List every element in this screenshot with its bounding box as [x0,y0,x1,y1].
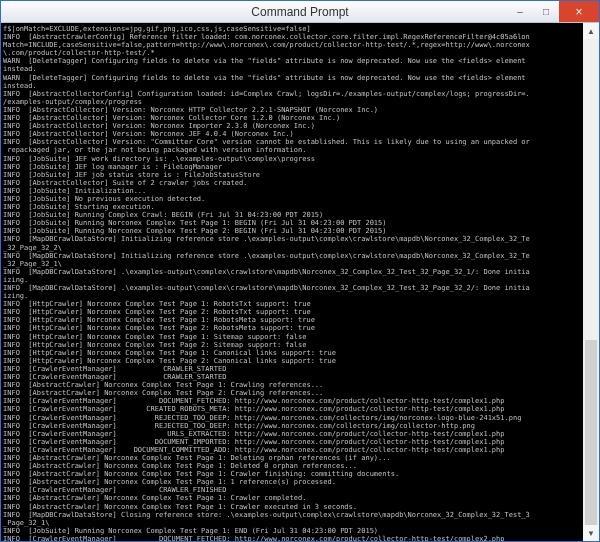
console-line: INFO [CrawlerEventManager] REJECTED_TOO_… [3,422,581,430]
console-line: INFO [MapDBCrawlDataStore] Initializing … [3,252,581,260]
console-line: INFO [JobSuite] JEF log manager is : Fil… [3,163,581,171]
console-line: INFO [HttpCrawler] Norconex Complex Test… [3,357,581,365]
console-line: INFO [AbstractCrawler] Norconex Complex … [3,494,581,502]
console-line: izing. [3,276,581,284]
console-line: INFO [HttpCrawler] Norconex Complex Test… [3,341,581,349]
console-line: INFO [AbstractCrawlerConfig] Reference f… [3,33,581,41]
console-line: INFO [CrawlerEventManager] CRAWLER_START… [3,365,581,373]
console-line: INFO [JobSuite] Initialization... [3,187,581,195]
console-output[interactable]: f$|onMatch=EXCLUDE,extensions=jpg,gif,pn… [1,23,583,541]
console-line: INFO [AbstractCrawler] Norconex Complex … [3,454,581,462]
console-line: izing. [3,292,581,300]
console-line: INFO [JobSuite] JEF job status store is … [3,171,581,179]
console-line: INFO [JobSuite] Running Complex Crawl: B… [3,211,581,219]
vertical-scrollbar[interactable]: ▲ ▼ [583,23,599,541]
console-line: INFO [CrawlerEventManager] DOCUMENT_COMM… [3,446,581,454]
command-prompt-window: Command Prompt – □ × f$|onMatch=EXCLUDE,… [0,0,600,542]
minimize-button[interactable]: – [507,1,533,22]
console-line: _32_Page_32_1\ [3,260,581,268]
console-line: INFO [CrawlerEventManager] CREATED_ROBOT… [3,405,581,413]
console-line: INFO [MapDBCrawlDataStore] Initializing … [3,235,581,243]
close-button[interactable]: × [559,1,599,22]
console-line: INFO [HttpCrawler] Norconex Complex Test… [3,349,581,357]
console-line: INFO [HttpCrawler] Norconex Complex Test… [3,333,581,341]
console-line: INFO [CrawlerEventManager] DOCUMENT_FETC… [3,397,581,405]
console-line: INFO [AbstractCollector] Suite of 2 craw… [3,179,581,187]
console-line: INFO [MapDBCrawlDataStore] .\examples-ou… [3,284,581,292]
console-line: INFO [AbstractCrawler] Norconex Complex … [3,470,581,478]
console-line: _32_Page_32_2\ [3,244,581,252]
console-line: INFO [MapDBCrawlDataStore] Closing refer… [3,511,581,519]
console-area: f$|onMatch=EXCLUDE,extensions=jpg,gif,pn… [1,23,599,541]
maximize-button[interactable]: □ [533,1,559,22]
console-line: WARN [DeleteTagger] Configuring fields t… [3,74,581,82]
scroll-down-button[interactable]: ▼ [583,525,599,541]
console-line: INFO [AbstractCollector] Version: Norcon… [3,106,581,114]
console-line: instead. [3,65,581,73]
console-line: f$|onMatch=EXCLUDE,extensions=jpg,gif,pn… [3,25,581,33]
window-controls: – □ × [507,1,599,22]
console-line: repackaged jar, or the jar not being pac… [3,146,581,154]
console-line: INFO [JobSuite] Running Norconex Complex… [3,219,581,227]
console-line: INFO [JobSuite] Running Norconex Complex… [3,227,581,235]
console-line: INFO [CrawlerEventManager] CRAWLER_FINIS… [3,486,581,494]
console-line: INFO [JobSuite] Starting execution. [3,203,581,211]
console-line: INFO [AbstractCrawler] Norconex Complex … [3,462,581,470]
console-line: INFO [CrawlerEventManager] URLS_EXTRACTE… [3,430,581,438]
console-line: WARN [DeleteTagger] Configuring fields t… [3,57,581,65]
console-line: INFO [AbstractCollector] Version: Norcon… [3,122,581,130]
scroll-track[interactable] [583,39,599,525]
console-line: Match=INCLUDE,caseSensitive=false,patter… [3,41,581,49]
console-line: INFO [HttpCrawler] Norconex Complex Test… [3,308,581,316]
console-line: INFO [HttpCrawler] Norconex Complex Test… [3,300,581,308]
console-line: INFO [AbstractCrawler] Norconex Complex … [3,381,581,389]
console-line: INFO [AbstractCrawler] Norconex Complex … [3,503,581,511]
window-title: Command Prompt [251,5,348,19]
console-line: INFO [AbstractCollector] Version: "Commi… [3,138,581,146]
console-line: instead. [3,82,581,90]
console-line: INFO [AbstractCollector] Version: Norcon… [3,114,581,122]
console-line: INFO [CrawlerEventManager] DOCUMENT_IMPO… [3,438,581,446]
console-line: INFO [CrawlerEventManager] REJECTED_TOO_… [3,414,581,422]
titlebar[interactable]: Command Prompt – □ × [1,1,599,23]
console-line: \.com/product/collector-http-test/.* [3,49,581,57]
console-line: /examples-output/complex/progress [3,98,581,106]
console-line: INFO [MapDBCrawlDataStore] .\examples-ou… [3,268,581,276]
scroll-thumb[interactable] [585,340,597,525]
console-line: INFO [JobSuite] No previous execution de… [3,195,581,203]
console-line: INFO [CrawlerEventManager] DOCUMENT_FETC… [3,535,581,541]
console-line: INFO [AbstractCrawler] Norconex Complex … [3,389,581,397]
console-line: INFO [CrawlerEventManager] CRAWLER_START… [3,373,581,381]
console-line: INFO [JobSuite] JEF work directory is: .… [3,155,581,163]
console-line: INFO [AbstractCollector] Version: Norcon… [3,130,581,138]
console-line: INFO [AbstractCrawler] Norconex Complex … [3,478,581,486]
console-line: INFO [HttpCrawler] Norconex Complex Test… [3,324,581,332]
console-line: _Page_32_1\ [3,519,581,527]
console-line: INFO [JobSuite] Running Norconex Complex… [3,527,581,535]
console-line: INFO [HttpCrawler] Norconex Complex Test… [3,316,581,324]
console-line: INFO [AbstractCollectorConfig] Configura… [3,90,581,98]
scroll-up-button[interactable]: ▲ [583,23,599,39]
